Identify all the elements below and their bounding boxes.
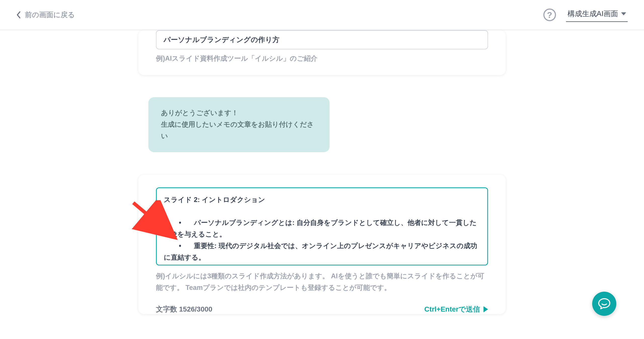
submit-button[interactable]: Ctrl+Enterで送信 xyxy=(424,304,488,314)
title-input[interactable] xyxy=(156,30,488,49)
screen-selector-label: 構成生成AI画面 xyxy=(568,9,618,19)
chat-icon xyxy=(598,297,611,310)
memo-card: 例)イルシルには3種類のスライド作成方法があります。 AIを使うと誰でも簡単にス… xyxy=(138,175,506,314)
main-content: 例)AIスライド資料作成ツール「イルシル」のご紹介 ありがとうございます！ 生成… xyxy=(0,30,644,314)
chevron-left-icon xyxy=(16,11,21,19)
chat-support-button[interactable] xyxy=(592,292,616,316)
help-label: ? xyxy=(547,10,552,20)
caret-down-icon xyxy=(621,12,626,15)
memo-example-text: 例)イルシルには3種類のスライド作成方法があります。 AIを使うと誰でも簡単にス… xyxy=(156,270,488,294)
back-button[interactable]: 前の画面に戻る xyxy=(16,10,75,20)
screen-selector-dropdown[interactable]: 構成生成AI画面 xyxy=(566,8,628,22)
memo-footer-row: 文字数 1526/3000 Ctrl+Enterで送信 xyxy=(156,304,488,314)
char-count-label: 文字数 1526/3000 xyxy=(156,304,212,314)
submit-label: Ctrl+Enterで送信 xyxy=(424,304,480,314)
memo-textarea[interactable] xyxy=(156,187,488,265)
title-example-text: 例)AIスライド資料作成ツール「イルシル」のご紹介 xyxy=(156,54,488,63)
play-icon xyxy=(484,306,488,312)
back-label: 前の画面に戻る xyxy=(25,10,75,20)
ai-message-bubble: ありがとうございます！ 生成に使用したいメモの文章をお貼り付けください xyxy=(148,97,330,152)
header-right: ? 構成生成AI画面 xyxy=(543,8,628,22)
help-icon[interactable]: ? xyxy=(543,9,556,21)
title-card: 例)AIスライド資料作成ツール「イルシル」のご紹介 xyxy=(138,30,506,75)
ai-message-line1: ありがとうございます！ xyxy=(161,107,317,119)
app-header: 前の画面に戻る ? 構成生成AI画面 xyxy=(0,0,644,30)
ai-message-line2: 生成に使用したいメモの文章をお貼り付けください xyxy=(161,119,317,142)
